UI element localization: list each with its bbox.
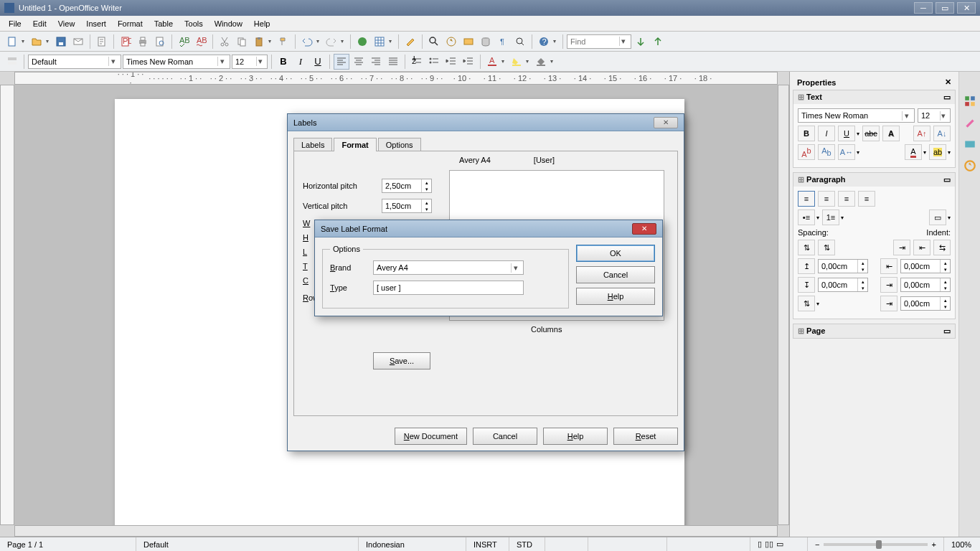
undo-icon[interactable] — [299, 34, 315, 50]
nonprinting-icon[interactable]: ¶ — [495, 34, 511, 50]
menu-window[interactable]: Window — [209, 18, 248, 29]
vertical-ruler[interactable] — [0, 85, 14, 525]
cancel-button[interactable]: Cancel — [473, 428, 537, 445]
single-page-icon[interactable]: ▯ — [758, 540, 762, 549]
redo-dropdown[interactable]: ▾ — [341, 38, 347, 44]
firstline-input[interactable] — [901, 297, 940, 310]
open-dropdown[interactable]: ▾ — [46, 38, 52, 44]
help-button[interactable]: Help — [543, 428, 608, 445]
line-spacing-icon[interactable]: ⇅ — [798, 296, 815, 311]
redo-icon[interactable] — [324, 34, 339, 50]
font-dropdown-icon[interactable]: ▾ — [217, 57, 227, 66]
status-insert[interactable]: INSRT — [466, 537, 509, 551]
menu-insert[interactable]: Insert — [80, 18, 112, 29]
email-icon[interactable] — [70, 34, 86, 50]
open-icon[interactable] — [29, 34, 44, 50]
save-button[interactable]: Save... — [373, 352, 430, 369]
below-spacing-input[interactable] — [819, 278, 857, 291]
sidebar-font-input[interactable] — [801, 111, 902, 120]
table-dropdown[interactable]: ▾ — [389, 38, 395, 44]
left-indent-input[interactable] — [901, 260, 940, 273]
type-field[interactable] — [373, 281, 524, 295]
save-cancel-button[interactable]: Cancel — [576, 266, 655, 283]
zoom-in-icon[interactable]: + — [932, 540, 936, 549]
bg-color-icon[interactable] — [533, 54, 549, 70]
bg-color-dropdown[interactable]: ▾ — [550, 58, 556, 65]
maximize-button[interactable]: ▭ — [936, 2, 954, 14]
below-spacing-spin[interactable]: ▴▾ — [818, 278, 868, 292]
edit-doc-icon[interactable] — [94, 34, 110, 50]
find-input[interactable] — [570, 37, 619, 46]
autospell-icon[interactable]: ABC — [193, 34, 209, 50]
horizontal-ruler[interactable]: · · · 1 · · · · · · · · · · · 1 · · · · … — [14, 72, 778, 85]
bold-icon[interactable]: B — [275, 54, 291, 70]
menu-format[interactable]: Format — [112, 18, 149, 29]
properties-tab-icon[interactable] — [962, 93, 978, 109]
hanging-indent-icon[interactable]: ⇆ — [933, 240, 951, 255]
inc-spacing-icon[interactable]: ⇅ — [798, 240, 815, 255]
styles-icon[interactable] — [4, 54, 20, 70]
find-replace-icon[interactable] — [426, 34, 442, 50]
above-spacing-input[interactable] — [819, 260, 857, 273]
shrink-font-icon[interactable]: A↓ — [933, 126, 951, 141]
menu-view[interactable]: View — [52, 18, 81, 29]
spellcheck-icon[interactable]: ABC — [176, 34, 192, 50]
help-dropdown[interactable]: ▾ — [553, 38, 559, 44]
size-dropdown-icon[interactable]: ▾ — [256, 57, 264, 66]
highlight-icon[interactable] — [509, 54, 524, 70]
superscript-icon[interactable]: Ab — [798, 144, 815, 160]
right-indent-input[interactable] — [901, 278, 940, 291]
paragraph-style-combo[interactable]: ▾ — [28, 55, 121, 69]
align-right-icon[interactable] — [368, 54, 384, 70]
hyperlink-icon[interactable] — [354, 34, 370, 50]
firstline-spin[interactable]: ▴▾ — [900, 296, 951, 311]
brand-input[interactable] — [377, 263, 511, 272]
copy-icon[interactable] — [234, 34, 250, 50]
firstline-indent-icon[interactable]: ⇥ — [880, 296, 897, 311]
font-color-icon[interactable]: A — [905, 144, 922, 160]
right-indent-spin[interactable]: ▴▾ — [900, 278, 951, 292]
style-dropdown-icon[interactable]: ▾ — [108, 57, 118, 66]
find-dropdown-icon[interactable]: ▾ — [619, 37, 628, 46]
shadow-icon[interactable]: A — [882, 126, 900, 141]
text-more-icon[interactable]: ▭ — [943, 93, 951, 102]
cut-icon[interactable] — [217, 34, 232, 50]
below-spacing-icon[interactable]: ↧ — [798, 277, 815, 293]
sidebar-size-combo[interactable]: ▾ — [918, 108, 951, 123]
styles-tab-icon[interactable] — [962, 115, 978, 131]
save-icon[interactable] — [53, 34, 69, 50]
above-spacing-icon[interactable]: ↥ — [798, 258, 815, 274]
labels-close-button[interactable]: ✕ — [654, 117, 678, 128]
strikethrough-icon[interactable]: abc — [862, 126, 880, 141]
tab-labels[interactable]: Labels — [293, 138, 332, 151]
dec-spacing-icon[interactable]: ⇅ — [818, 240, 835, 255]
gallery-icon[interactable] — [461, 34, 476, 50]
paste-dropdown[interactable]: ▾ — [268, 38, 274, 44]
highlight-dropdown[interactable]: ▾ — [526, 58, 532, 65]
new-doc-icon[interactable] — [4, 34, 20, 50]
char-spacing-icon[interactable]: A↔ — [838, 144, 855, 160]
horizontal-scrollbar[interactable] — [14, 525, 778, 537]
show-draw-icon[interactable] — [402, 34, 418, 50]
menu-edit[interactable]: Edit — [27, 18, 52, 29]
sidebar-font-combo[interactable]: ▾ — [798, 108, 915, 123]
minimize-button[interactable]: ─ — [914, 2, 933, 14]
para-bg-icon[interactable]: ▭ — [929, 209, 946, 225]
underline-icon[interactable]: U — [838, 126, 855, 141]
vert-pitch-input[interactable] — [382, 199, 421, 212]
find-box[interactable]: ▾ — [567, 34, 631, 49]
format-paint-icon[interactable] — [275, 34, 291, 50]
save-dialog-close-button[interactable]: ✕ — [632, 223, 656, 235]
status-style[interactable]: Default — [136, 537, 359, 551]
book-icon[interactable]: ▭ — [776, 540, 783, 549]
status-page[interactable]: Page 1 / 1 — [0, 537, 136, 551]
menu-tools[interactable]: Tools — [179, 18, 209, 29]
help-icon[interactable]: ? — [536, 34, 552, 50]
type-input[interactable] — [377, 283, 520, 292]
find-prev-icon[interactable] — [650, 34, 666, 50]
undo-dropdown[interactable]: ▾ — [316, 38, 322, 44]
font-color-dropdown[interactable]: ▾ — [501, 58, 507, 65]
font-size-input[interactable] — [235, 57, 256, 66]
vertical-scrollbar[interactable] — [778, 85, 789, 525]
font-name-combo[interactable]: ▾ — [123, 55, 230, 69]
